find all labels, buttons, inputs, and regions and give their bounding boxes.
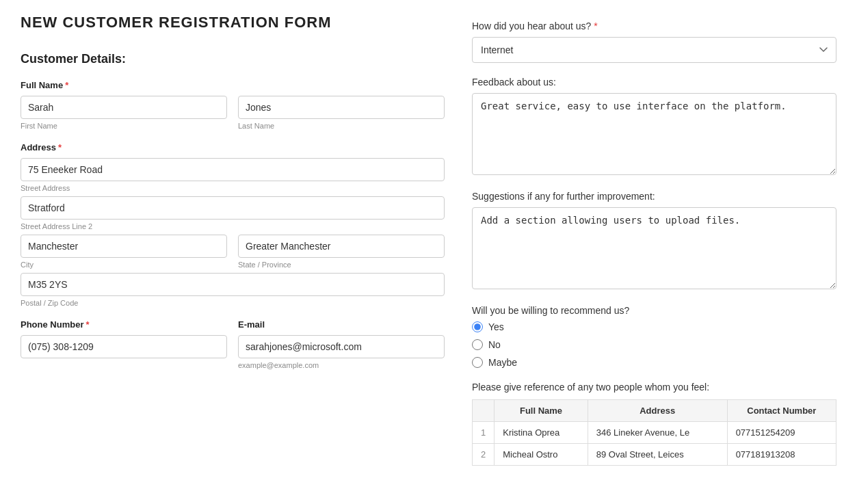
feedback-textarea[interactable]: Great service, easy to use interface on … xyxy=(472,93,836,175)
ref-row1-contact: 077151254209 xyxy=(727,422,836,444)
table-header-contact: Contact Number xyxy=(727,400,836,422)
radio-no-label: No xyxy=(488,339,501,350)
first-name-input[interactable] xyxy=(21,96,227,119)
radio-maybe-label: Maybe xyxy=(488,357,517,368)
hear-section: How did you hear about us? * Internet So… xyxy=(472,21,836,63)
feedback-label: Feedback about us: xyxy=(472,77,836,88)
ref-row1-num: 1 xyxy=(473,422,495,444)
hear-label: How did you hear about us? * xyxy=(472,21,836,31)
street-address2-input[interactable] xyxy=(21,196,445,220)
last-name-sub: Last Name xyxy=(238,122,445,130)
street-address2-sub: Street Address Line 2 xyxy=(21,222,445,230)
last-name-input[interactable] xyxy=(238,96,445,119)
recommend-label: Will you be willing to recommend us? xyxy=(472,305,836,316)
customer-details-heading: Customer Details: xyxy=(21,52,445,66)
radio-no[interactable]: No xyxy=(472,339,836,350)
phone-input[interactable] xyxy=(21,335,227,358)
recommend-section: Will you be willing to recommend us? Yes… xyxy=(472,305,836,368)
email-wrap: E-mail example@example.com xyxy=(238,319,445,369)
suggestions-section: Suggestions if any for further improveme… xyxy=(472,191,836,291)
email-placeholder-hint: example@example.com xyxy=(238,361,445,369)
ref-row2-num: 2 xyxy=(473,444,495,466)
city-wrap: City xyxy=(21,235,227,269)
state-sub: State / Province xyxy=(238,261,445,269)
ref-row2-contact: 077181913208 xyxy=(727,444,836,466)
state-wrap: State / Province xyxy=(238,235,445,269)
table-header-address: Address xyxy=(588,400,727,422)
email-label: E-mail xyxy=(238,319,445,330)
table-header-num xyxy=(473,400,495,422)
ref-row2-address: 89 Oval Street, Leices xyxy=(588,444,727,466)
ref-row1-address: 346 Lineker Avenue, Le xyxy=(588,422,727,444)
state-input[interactable] xyxy=(238,235,445,258)
street-address2-wrap: Street Address Line 2 xyxy=(21,196,445,230)
street-address-wrap: Street Address xyxy=(21,158,445,192)
recommend-radio-group: Yes No Maybe xyxy=(472,321,836,368)
hear-select[interactable]: Internet Social Media Friend Advertiseme… xyxy=(472,37,836,63)
address-label: Address* xyxy=(21,142,445,152)
table-row: 1 Kristina Oprea 346 Lineker Avenue, Le … xyxy=(473,422,836,444)
city-state-row: City State / Province xyxy=(21,235,445,269)
full-name-group: Full Name* First Name Last Name xyxy=(21,80,445,130)
last-name-wrap: Last Name xyxy=(238,96,445,130)
ref-row2-name: Micheal Ostro xyxy=(495,444,588,466)
table-header-name: Full Name xyxy=(495,400,588,422)
name-input-row: First Name Last Name xyxy=(21,96,445,130)
phone-wrap: Phone Number* xyxy=(21,319,227,369)
radio-maybe-input[interactable] xyxy=(472,357,483,368)
address-group: Address* Street Address Street Address L… xyxy=(21,142,445,307)
radio-yes[interactable]: Yes xyxy=(472,321,836,332)
zip-input[interactable] xyxy=(21,273,445,296)
table-header-row: Full Name Address Contact Number xyxy=(473,400,836,422)
radio-yes-input[interactable] xyxy=(472,321,483,332)
left-column: NEW CUSTOMER REGISTRATION FORM Customer … xyxy=(21,14,445,490)
street-address-input[interactable] xyxy=(21,158,445,181)
radio-yes-label: Yes xyxy=(488,321,504,332)
suggestions-textarea[interactable]: Add a section allowing users to upload f… xyxy=(472,207,836,289)
reference-table: Full Name Address Contact Number 1 Krist… xyxy=(472,399,836,466)
zip-wrap: Postal / Zip Code xyxy=(21,273,445,307)
feedback-section: Feedback about us: Great service, easy t… xyxy=(472,77,836,177)
radio-no-input[interactable] xyxy=(472,339,483,350)
reference-label: Please give reference of any two people … xyxy=(472,382,836,393)
city-sub: City xyxy=(21,261,227,269)
email-input[interactable] xyxy=(238,335,445,358)
first-name-sub: First Name xyxy=(21,122,227,130)
radio-maybe[interactable]: Maybe xyxy=(472,357,836,368)
ref-row1-name: Kristina Oprea xyxy=(495,422,588,444)
phone-email-row: Phone Number* E-mail example@example.com xyxy=(21,319,445,369)
page-title: NEW CUSTOMER REGISTRATION FORM xyxy=(21,14,445,31)
zip-sub: Postal / Zip Code xyxy=(21,299,445,307)
first-name-wrap: First Name xyxy=(21,96,227,130)
right-column: How did you hear about us? * Internet So… xyxy=(472,14,836,490)
city-input[interactable] xyxy=(21,235,227,258)
phone-label: Phone Number* xyxy=(21,319,227,330)
table-row: 2 Micheal Ostro 89 Oval Street, Leices 0… xyxy=(473,444,836,466)
full-name-label: Full Name* xyxy=(21,80,445,90)
reference-section: Please give reference of any two people … xyxy=(472,382,836,466)
suggestions-label: Suggestions if any for further improveme… xyxy=(472,191,836,202)
street-address-sub: Street Address xyxy=(21,184,445,192)
